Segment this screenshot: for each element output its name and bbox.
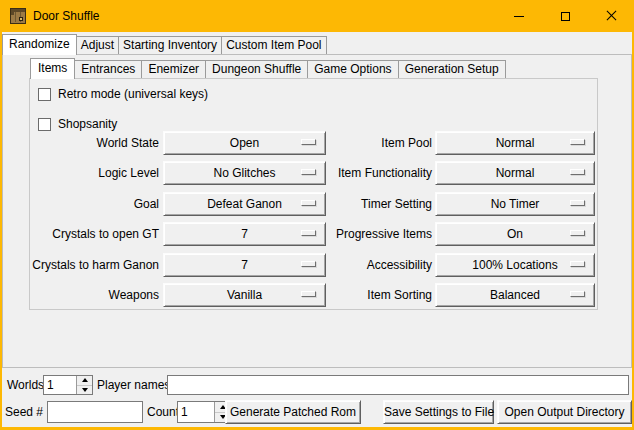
progressive-items-label: Progressive Items (270, 222, 432, 246)
worlds-spin-buttons (76, 376, 92, 394)
minimize-button[interactable] (496, 0, 542, 32)
item-functionality-dropdown[interactable]: Normal (435, 161, 595, 185)
tab-game-options[interactable]: Game Options (307, 60, 398, 78)
item-functionality-label: Item Functionality (270, 161, 432, 185)
caption-buttons (496, 0, 634, 32)
retro-mode-checkbox[interactable] (38, 88, 51, 101)
count-label: Count (147, 400, 179, 424)
item-pool-value: Normal (438, 132, 592, 154)
worlds-spin-down-button[interactable] (77, 386, 92, 395)
timer-setting-dropdown[interactable]: No Timer (435, 192, 595, 216)
seed-input[interactable] (47, 401, 143, 423)
timer-setting-value: No Timer (438, 193, 592, 215)
dropdown-indicator-icon (570, 139, 585, 145)
crystals-harm-ganon-label: Crystals to harm Ganon (32, 253, 159, 277)
window-title: Door Shuffle (33, 9, 100, 23)
window: Door Shuffle Randomize Adjust Starting I… (0, 0, 634, 430)
tab-enemizer[interactable]: Enemizer (141, 60, 206, 78)
shopsanity-label: Shopsanity (58, 117, 117, 131)
generate-patched-rom-button[interactable]: Generate Patched Rom (225, 400, 361, 424)
progressive-items-dropdown[interactable]: On (435, 222, 595, 246)
player-names-input[interactable] (167, 375, 629, 395)
save-settings-button[interactable]: Save Settings to File (383, 400, 494, 424)
dropdown-indicator-icon (570, 169, 585, 175)
worlds-spin-up-button[interactable] (77, 376, 92, 386)
items-tab-pane: Retro mode (universal keys) Shopsanity W… (29, 78, 598, 310)
titlebar: Door Shuffle (0, 0, 634, 32)
triangle-down-icon (82, 388, 88, 392)
shopsanity-checkbox[interactable] (38, 118, 51, 131)
maximize-button[interactable] (542, 0, 588, 32)
tab-dungeon-shuffle[interactable]: Dungeon Shuffle (205, 60, 308, 78)
shopsanity-checkbox-row: Shopsanity (38, 117, 117, 131)
retro-mode-label: Retro mode (universal keys) (58, 87, 208, 101)
goal-label: Goal (32, 192, 159, 216)
worlds-spinbox (43, 375, 93, 395)
retro-mode-checkbox-row: Retro mode (universal keys) (38, 87, 208, 101)
tab-randomize[interactable]: Randomize (2, 34, 77, 55)
tab-custom-item-pool[interactable]: Custom Item Pool (221, 36, 326, 54)
tab-entrances[interactable]: Entrances (74, 60, 142, 78)
item-pool-label: Item Pool (270, 131, 432, 155)
close-icon (606, 11, 616, 21)
item-pool-dropdown[interactable]: Normal (435, 131, 595, 155)
worlds-input[interactable] (44, 376, 76, 394)
tab-items[interactable]: Items (30, 58, 75, 79)
worlds-label: Worlds (7, 375, 44, 395)
tab-starting-inventory[interactable]: Starting Inventory (118, 36, 222, 54)
window-content: Randomize Adjust Starting Inventory Cust… (2, 32, 632, 427)
accessibility-value: 100% Locations (438, 254, 592, 276)
triangle-up-icon (82, 378, 88, 382)
player-names-label: Player names (97, 375, 170, 395)
timer-setting-label: Timer Setting (270, 192, 432, 216)
dropdown-indicator-icon (570, 291, 585, 297)
crystals-open-gt-label: Crystals to open GT (32, 222, 159, 246)
tab-generation-setup[interactable]: Generation Setup (398, 60, 506, 78)
accessibility-dropdown[interactable]: 100% Locations (435, 253, 595, 277)
count-spinbox (177, 401, 231, 423)
dropdown-indicator-icon (570, 230, 585, 236)
item-sorting-label: Item Sorting (270, 283, 432, 307)
world-state-label: World State (32, 131, 159, 155)
open-output-directory-button[interactable]: Open Output Directory (497, 400, 632, 424)
logic-level-label: Logic Level (32, 161, 159, 185)
sub-tab-bar: Items Entrances Enemizer Dungeon Shuffle… (30, 57, 505, 78)
main-tab-bar: Randomize Adjust Starting Inventory Cust… (2, 33, 326, 54)
dropdown-indicator-icon (570, 261, 585, 267)
seed-label: Seed # (5, 400, 43, 424)
weapons-label: Weapons (32, 283, 159, 307)
progressive-items-value: On (438, 223, 592, 245)
door-icon (10, 8, 26, 24)
dropdown-indicator-icon (570, 200, 585, 206)
tab-adjust[interactable]: Adjust (76, 36, 119, 54)
item-sorting-value: Balanced (438, 284, 592, 306)
minimize-icon (514, 16, 524, 17)
close-button[interactable] (588, 0, 634, 32)
maximize-icon (561, 12, 570, 21)
item-sorting-dropdown[interactable]: Balanced (435, 283, 595, 307)
item-functionality-value: Normal (438, 162, 592, 184)
accessibility-label: Accessibility (270, 253, 432, 277)
count-input[interactable] (178, 402, 214, 422)
